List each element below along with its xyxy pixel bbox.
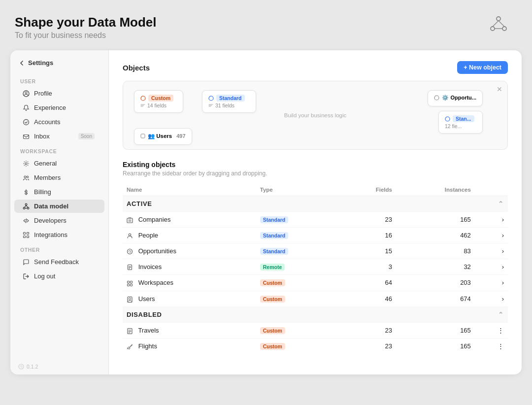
svg-point-1 [491,27,495,31]
custom-node-icon [140,96,146,101]
graph-node-standard[interactable]: Standard 31 fields [202,90,256,113]
table-row[interactable]: Workspaces Custom 64 203 › [123,275,508,291]
svg-rect-21 [23,236,25,237]
sidebar-item-inbox[interactable]: Inbox Soon [14,130,104,143]
std2-icon [445,116,450,122]
disabled-chevron[interactable]: ⌃ [498,311,504,318]
mail-icon [22,133,30,140]
table-row[interactable]: Companies Standard 23 165 › [123,212,508,228]
sidebar-item-integrations[interactable]: Integrations [14,228,104,241]
std2-tag: Stan... [453,115,474,122]
opp-fields: 15 [340,243,396,259]
sidebar: Settings User Profile Experience Account… [10,50,109,374]
table-row[interactable]: Opportunities Standard 15 83 › [123,243,508,259]
standard-tag: Standard [216,95,245,101]
sidebar-item-send-feedback[interactable]: Send Feedback [14,255,104,269]
users-chevron[interactable]: › [475,291,508,306]
table-row[interactable]: Travels Custom 23 165 ⋮ [123,322,508,338]
user-circle-icon [22,90,30,97]
graph-preview: Custom 14 fields Standard 31 fields [123,81,508,150]
travels-icon [127,328,133,334]
workspaces-instances: 203 [396,275,475,291]
invoices-instances: 32 [396,259,475,275]
invoices-icon [127,264,133,270]
invoices-name: Invoices [138,263,162,270]
active-chevron[interactable]: ⌃ [498,200,504,207]
sidebar-item-developers[interactable]: Developers [14,214,104,227]
table-row[interactable]: Users Custom 46 674 › [123,291,508,306]
sidebar-item-developers-label: Developers [34,217,66,224]
version-icon [18,364,24,370]
companies-icon [127,217,133,223]
svg-point-23 [19,364,24,369]
people-icon [127,233,133,239]
graph-node-opportunities[interactable]: ⚙️ Opportu... [428,90,483,106]
invoices-chevron[interactable]: › [475,259,508,275]
sidebar-item-general[interactable]: General [14,157,104,170]
chevron-left-icon [18,60,25,67]
sidebar-item-log-out[interactable]: Log out [14,270,104,283]
svg-point-12 [27,176,28,177]
graph-node-standard2[interactable]: Stan... 12 fie... [438,111,483,134]
circle-check-icon [22,118,30,126]
svg-line-17 [26,205,28,207]
travels-type: Custom [260,327,285,334]
sidebar-item-experience-label: Experience [34,104,66,111]
svg-rect-26 [141,134,145,138]
table-row[interactable]: Invoices Remote 3 32 › [123,259,508,275]
svg-point-32 [129,234,131,236]
table-row[interactable]: Flights Custom 23 165 ⋮ [123,338,508,354]
opportunities-name: Opportunities [138,247,176,255]
sidebar-item-send-feedback-label: Send Feedback [34,258,79,266]
sidebar-item-general-label: General [34,160,57,167]
existing-objects-subtitle: Rearrange the sidebar order by dragging … [123,170,508,177]
sidebar-item-billing[interactable]: Billing [14,185,104,199]
opp-chevron[interactable]: › [475,243,508,259]
main-card: Settings User Profile Experience Account… [10,50,522,375]
travels-menu[interactable]: ⋮ [475,322,508,338]
sidebar-item-members[interactable]: Members [14,171,104,184]
sidebar-item-accounts[interactable]: Accounts [14,115,104,129]
users-node-icon [140,134,145,138]
svg-point-11 [24,176,26,178]
companies-chevron[interactable]: › [475,212,508,228]
section-active: Active ⌃ [123,196,508,212]
people-chevron[interactable]: › [475,228,508,243]
companies-fields: 23 [340,212,396,228]
table-row[interactable]: People Standard 16 462 › [123,228,508,243]
fields-icon [140,103,145,108]
code-icon [22,217,30,224]
page-header: Shape your Data Model To fit your busine… [10,10,522,50]
page-subtitle: To fit your business needs [15,31,512,40]
standard-node-icon [208,96,214,101]
users-node-label: 👥 Users [148,133,172,139]
svg-line-16 [24,205,26,207]
opp-icon [434,95,439,101]
sidebar-item-experience[interactable]: Experience [14,101,104,114]
integrations-icon [22,231,30,238]
svg-line-3 [493,21,499,27]
existing-objects-title: Existing objects [123,161,508,169]
objects-header: Objects + New object [123,61,508,74]
main-content: Objects + New object Custom 14 fields [109,50,522,374]
std2-fields: 12 fie... [445,123,476,129]
sidebar-back-button[interactable]: Settings [10,59,108,73]
flights-instances: 165 [396,338,475,354]
sidebar-item-accounts-label: Accounts [34,118,60,126]
graph-node-users[interactable]: 👥 Users 497 [134,128,192,145]
svg-rect-20 [27,232,29,234]
sidebar-item-profile[interactable]: Profile [14,87,104,100]
graph-close-button[interactable]: ✕ [497,85,502,93]
sidebar-item-data-model[interactable]: Data model [14,200,104,213]
svg-rect-9 [23,135,29,138]
sidebar-item-members-label: Members [34,174,61,181]
flights-menu[interactable]: ⋮ [475,338,508,354]
flights-name: Flights [138,342,157,350]
svg-point-8 [23,119,29,125]
new-object-button[interactable]: + New object [457,61,508,74]
inbox-badge: Soon [78,133,95,139]
col-instances: Instances [396,184,475,196]
objects-table: Name Type Fields Instances Active ⌃ [123,184,508,354]
graph-node-custom[interactable]: Custom 14 fields [134,90,183,113]
workspaces-chevron[interactable]: › [475,275,508,291]
